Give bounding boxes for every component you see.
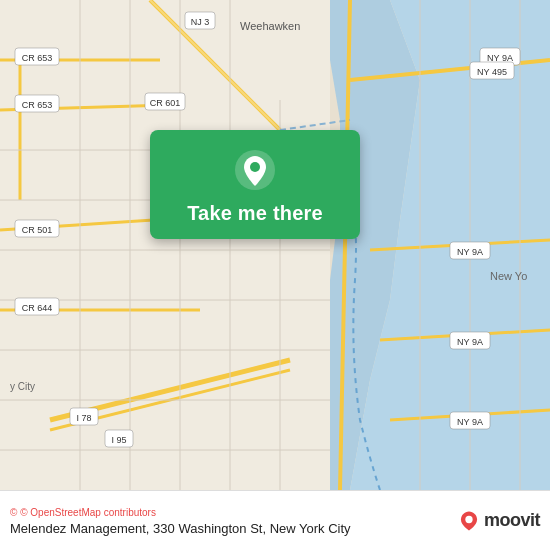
bottom-bar: © © OpenStreetMap contributors Melendez … [0, 490, 550, 550]
svg-text:NY 9A: NY 9A [457, 337, 483, 347]
svg-text:NJ 3: NJ 3 [191, 17, 210, 27]
svg-text:I 95: I 95 [111, 435, 126, 445]
svg-text:CR 653: CR 653 [22, 100, 53, 110]
moovit-text: moovit [484, 510, 540, 531]
take-me-there-button[interactable]: Take me there [187, 202, 323, 225]
svg-text:Weehawken: Weehawken [240, 20, 300, 32]
osm-icon: © [10, 507, 17, 518]
location-pin-icon [233, 148, 277, 192]
svg-text:y City: y City [10, 381, 35, 392]
moovit-logo: moovit [458, 510, 540, 532]
svg-text:NY 9A: NY 9A [457, 417, 483, 427]
svg-point-65 [465, 515, 472, 522]
location-card: Take me there [150, 130, 360, 239]
moovit-logo-icon [458, 510, 480, 532]
svg-text:NY 9A: NY 9A [457, 247, 483, 257]
svg-text:NY 495: NY 495 [477, 67, 507, 77]
svg-text:I 78: I 78 [76, 413, 91, 423]
svg-text:CR 601: CR 601 [150, 98, 181, 108]
svg-text:CR 501: CR 501 [22, 225, 53, 235]
map-container: CR 653 CR 653 CR 601 CR 501 CR 644 NJ 3 … [0, 0, 550, 490]
svg-point-64 [250, 162, 260, 172]
svg-text:New Yo: New Yo [490, 270, 527, 282]
svg-text:CR 653: CR 653 [22, 53, 53, 63]
svg-text:CR 644: CR 644 [22, 303, 53, 313]
svg-text:NY 9A: NY 9A [487, 53, 513, 63]
